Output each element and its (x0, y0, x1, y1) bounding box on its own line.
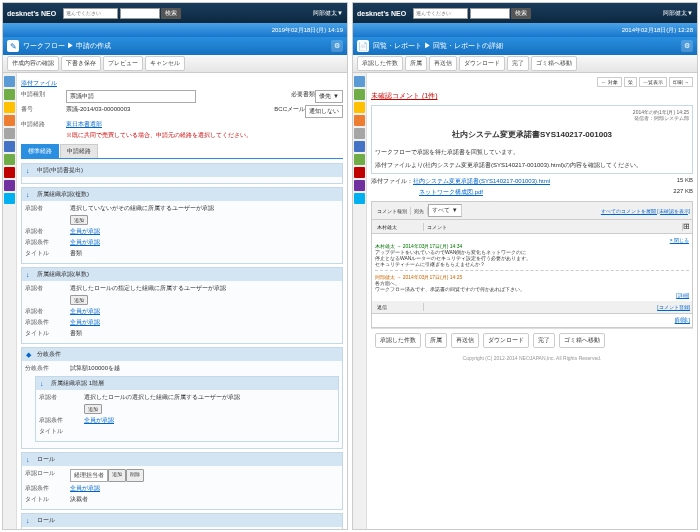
report-icon: 📄 (357, 40, 369, 52)
down-icon: ↓ (40, 380, 48, 388)
side-icon[interactable] (354, 115, 365, 126)
attach-link2[interactable]: ネットワーク構成図.pdf (419, 188, 483, 197)
side-icon[interactable] (354, 154, 365, 165)
section-role1: ↓ロール 承認ロール経理担当者 追加 削除 承認条件全員が承認 タイトル決裁者 (21, 452, 343, 510)
attach-link[interactable]: 社内システム変更承諾書(SYS140217-001003).html (413, 177, 550, 186)
side-icon[interactable] (354, 141, 365, 152)
topbar-r: desknet's NEO 検索 阿部健太 ▼ (353, 3, 697, 23)
sidebar (3, 73, 17, 529)
add-btn[interactable]: 追加 (84, 404, 102, 414)
attach-header[interactable]: 添付ファイル (21, 79, 343, 88)
section-3: ↓所属組織承認(単数) 承認者選択したロールの指定した組織に所属するユーザーが承… (21, 267, 343, 344)
priority-select[interactable]: 優先 ▼ (315, 90, 343, 103)
side-icon[interactable] (4, 102, 15, 113)
side-icon[interactable] (354, 128, 365, 139)
bcc-select[interactable]: 通知しない (305, 105, 343, 118)
tb-preview[interactable]: プレビュー (103, 56, 143, 71)
side-icon[interactable] (354, 167, 365, 178)
section-branch: ◆分岐条件 分岐条件試算額100000を越 ↓所属組織承認 1階層 承認者選択し… (21, 347, 343, 449)
down-icon: ↓ (26, 456, 34, 464)
close-btn[interactable]: × 閉じる (670, 237, 689, 243)
side-icon[interactable] (4, 193, 15, 204)
search-input-r[interactable] (470, 8, 510, 19)
unread-count[interactable]: 未確認コメント (1件) (371, 91, 693, 101)
titlebar: ✎ ワークフロー ▶ 申請の作成 ⚙ (3, 37, 347, 55)
side-icon[interactable] (4, 115, 15, 126)
side-icon[interactable] (354, 180, 365, 191)
side-icon[interactable] (4, 141, 15, 152)
topbar: desknet's NEO 検索 阿部健太 ▼ (3, 3, 347, 23)
branch-icon: ◆ (26, 351, 34, 359)
gear-icon-r[interactable]: ⚙ (681, 40, 693, 52)
gear-icon[interactable]: ⚙ (331, 40, 343, 52)
down-icon: ↓ (26, 271, 34, 279)
cmt-filter[interactable]: すべて ▼ (428, 204, 462, 217)
add-btn[interactable]: 追加 (70, 215, 88, 225)
side-icon[interactable] (4, 180, 15, 191)
section-1: ↓申請(申請書提出) (21, 163, 343, 184)
search-button[interactable]: 検索 (161, 8, 181, 19)
down-icon: ↓ (26, 517, 34, 525)
side-icon[interactable] (4, 167, 15, 178)
left-pane: desknet's NEO 検索 阿部健太 ▼ 2019年02月18日(月) 1… (2, 2, 348, 530)
section-role2: ↓ロール 承認ロール経理担当者 追加 削除 総務部 削除済除 承認条件全員が承認… (21, 513, 343, 529)
tab-std[interactable]: 標準経路 (21, 144, 59, 158)
workflow-icon: ✎ (7, 40, 19, 52)
type-input[interactable]: 票議申請 (66, 90, 196, 103)
search-button-r[interactable]: 検索 (511, 8, 531, 19)
content[interactable]: 添付ファイル 申請種別票議申請必要書類 優先 ▼ 番号票議-2014/03-00… (17, 73, 347, 529)
user-label[interactable]: 阿部健太 (313, 9, 337, 18)
side-icon[interactable] (354, 76, 365, 87)
add-btn[interactable]: 追加 (70, 295, 88, 305)
doc-title: 社内システム変更承諾書SYS140217-001003 (375, 129, 689, 140)
side-icon[interactable] (4, 154, 15, 165)
right-pane: desknet's NEO 検索 阿部健太 ▼ 2014年02月18日(月) 1… (352, 2, 698, 530)
tb-cancel[interactable]: キャンセル (145, 56, 185, 71)
toolbar: 作成内容の確認 下書き保存 プレビュー キャンセル (3, 55, 347, 73)
search-input[interactable] (120, 8, 160, 19)
content-r[interactable]: ← 対象 策 一覧表示 印刷 → 未確認コメント (1件) 2014年の約1年(… (367, 73, 697, 529)
tabs: 標準経路 申請経路 (21, 144, 343, 159)
down-icon: ↓ (26, 167, 34, 175)
page-title: ワークフロー ▶ 申請の作成 (23, 41, 111, 51)
dest-link[interactable]: 東日本書選部 (66, 120, 102, 129)
tb-draft[interactable]: 下書き保存 (61, 56, 101, 71)
bluebar: 2019年02月18日(月) 14:19 (3, 23, 347, 37)
down-icon: ↓ (26, 191, 34, 199)
side-icon[interactable] (354, 102, 365, 113)
side-icon[interactable] (354, 193, 365, 204)
datetime: 2019年02月18日(月) 14:19 (272, 26, 343, 35)
comment-box: コメント種別 宛先 すべて ▼ すべてのコメントを展開 [未確認を表示] 木村雄… (371, 201, 693, 328)
search-select-r[interactable] (413, 8, 468, 19)
section-2: ↓所属組織承認(複数) 承認者選択していないがその組織に所属するユーザーが承認 … (21, 187, 343, 264)
brand: desknet's NEO (7, 10, 56, 17)
search-select[interactable] (63, 8, 118, 19)
page-title-r: 回覧・レポート ▶ 回覧・レポートの詳細 (373, 41, 503, 51)
side-icon[interactable] (4, 128, 15, 139)
side-icon[interactable] (4, 76, 15, 87)
tab-req[interactable]: 申請経路 (60, 144, 98, 158)
tb-confirm[interactable]: 作成内容の確認 (7, 56, 59, 71)
side-icon[interactable] (4, 89, 15, 100)
side-icon[interactable] (354, 89, 365, 100)
